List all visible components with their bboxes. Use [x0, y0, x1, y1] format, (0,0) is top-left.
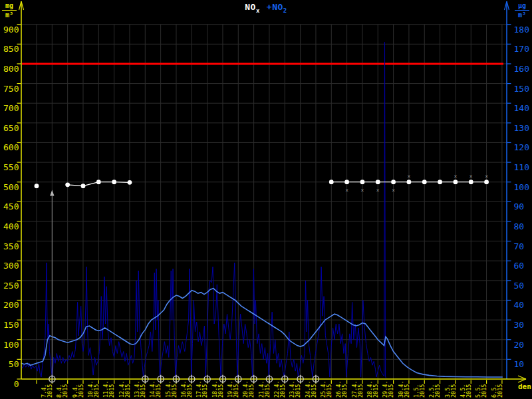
left-axis: 9008508007507006506005505004504003503002…: [3, 1, 23, 389]
svg-text:300: 300: [3, 261, 19, 271]
fraction-bar: [2, 10, 17, 11]
svg-text:2015: 2015: [326, 384, 332, 398]
series-nox-points: [35, 180, 489, 188]
svg-text:100: 100: [514, 182, 529, 192]
svg-text:90: 90: [514, 201, 525, 211]
svg-text:2015: 2015: [357, 384, 364, 398]
svg-text:2015: 2015: [450, 384, 457, 398]
svg-text:650: 650: [3, 123, 19, 133]
title-series-nox: NOx: [245, 2, 260, 12]
svg-text:60: 60: [514, 261, 525, 271]
chart-canvas[interactable]: 9008508007507006506005505004504003503002…: [0, 0, 532, 399]
svg-text:180: 180: [514, 25, 529, 35]
svg-text:×: ×: [485, 174, 488, 180]
svg-text:2015: 2015: [201, 384, 208, 398]
svg-text:2015: 2015: [481, 384, 487, 398]
svg-text:110: 110: [514, 162, 529, 172]
svg-text:2015: 2015: [62, 384, 68, 398]
svg-text:150: 150: [514, 84, 529, 94]
svg-text:2015: 2015: [248, 384, 255, 398]
series-no2-average-line: [21, 289, 503, 377]
svg-text:50: 50: [9, 359, 19, 369]
svg-text:20: 20: [514, 340, 525, 350]
svg-text:2015: 2015: [466, 384, 472, 398]
svg-text:200: 200: [3, 300, 19, 310]
svg-text:2015: 2015: [233, 384, 239, 398]
svg-text:160: 160: [514, 64, 529, 74]
svg-text:350: 350: [3, 241, 19, 251]
svg-text:×: ×: [392, 188, 395, 194]
svg-text:×: ×: [408, 174, 411, 180]
chart-title: NOx+NO2: [0, 2, 532, 14]
svg-text:2015: 2015: [78, 384, 84, 398]
svg-text:2015: 2015: [264, 384, 271, 398]
svg-text:850: 850: [3, 44, 19, 54]
svg-text:2015: 2015: [155, 384, 162, 398]
svg-text:700: 700: [3, 103, 19, 113]
svg-text:2015: 2015: [171, 384, 178, 398]
svg-text:800: 800: [3, 64, 19, 74]
right-axis: 1801701601501401301201101009080706050403…: [505, 1, 529, 379]
svg-text:120: 120: [514, 142, 529, 152]
svg-text:2015: 2015: [186, 384, 193, 398]
svg-text:750: 750: [3, 84, 19, 94]
svg-text:150: 150: [3, 320, 19, 330]
x-axis-label: den: [518, 382, 531, 391]
svg-text:250: 250: [3, 281, 19, 291]
svg-text:900: 900: [3, 25, 19, 35]
chart-window: 9008508007507006506005505004504003503002…: [0, 0, 532, 399]
svg-text:2015: 2015: [124, 384, 131, 398]
fraction-bar: [515, 10, 529, 11]
cursor-marker: [50, 190, 54, 378]
svg-text:550: 550: [3, 162, 19, 172]
svg-text:100: 100: [3, 340, 19, 350]
right-axis-unit: µg m³: [515, 3, 529, 19]
grid-layer: [21, 25, 507, 379]
x-axis: 7.4.20158.4.20159.4.201510.4.201511.4.20…: [21, 376, 526, 398]
svg-text:2015: 2015: [311, 384, 317, 398]
svg-text:400: 400: [3, 221, 19, 231]
svg-text:2015: 2015: [279, 384, 286, 398]
svg-text:2015: 2015: [140, 384, 146, 398]
svg-text:×: ×: [469, 174, 473, 180]
svg-text:2015: 2015: [217, 384, 224, 398]
svg-text:2015: 2015: [108, 384, 115, 398]
svg-text:50: 50: [514, 281, 525, 291]
svg-text:×: ×: [454, 174, 457, 180]
svg-text:140: 140: [514, 103, 529, 113]
svg-text:170: 170: [514, 44, 529, 54]
svg-text:×: ×: [376, 188, 380, 194]
svg-text:2015: 2015: [295, 384, 301, 398]
svg-text:10: 10: [514, 359, 525, 369]
svg-text:600: 600: [3, 142, 19, 152]
svg-text:2015: 2015: [341, 384, 348, 398]
svg-text:2015: 2015: [47, 384, 53, 398]
svg-text:2015: 2015: [404, 384, 410, 398]
svg-text:80: 80: [514, 221, 525, 231]
svg-text:2015: 2015: [419, 384, 426, 398]
svg-text:500: 500: [3, 182, 19, 192]
svg-text:0: 0: [14, 379, 19, 389]
svg-text:×: ×: [345, 188, 348, 194]
svg-text:×: ×: [361, 188, 364, 194]
svg-text:2015: 2015: [497, 384, 503, 398]
svg-text:2015: 2015: [93, 384, 100, 398]
svg-text:70: 70: [514, 241, 525, 251]
svg-text:30: 30: [514, 320, 525, 330]
flag-marks: ××××××××: [345, 174, 488, 194]
svg-text:2015: 2015: [434, 384, 441, 398]
svg-text:2015: 2015: [388, 384, 394, 398]
svg-text:130: 130: [514, 123, 529, 133]
svg-text:2015: 2015: [372, 384, 379, 398]
svg-text:450: 450: [3, 201, 19, 211]
title-series-no2: +NO2: [267, 2, 287, 12]
svg-text:40: 40: [514, 300, 525, 310]
left-axis-unit: mg m³: [2, 3, 17, 19]
